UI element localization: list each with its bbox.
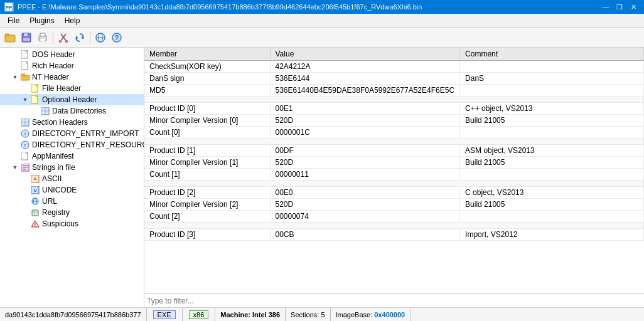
tree-item-resource[interactable]: r DIRECTORY_ENTRY_RESOURCE — [0, 139, 144, 150]
tree-item-unicode[interactable]: U UNICODE — [0, 184, 144, 196]
cell-comment — [460, 211, 644, 223]
status-imagebase-segment: ImageBase: 0x400000 — [331, 308, 411, 321]
tree-expander-optional[interactable]: ▼ — [20, 97, 30, 103]
page-icon — [20, 61, 30, 71]
cell-value: 42A4212A — [270, 61, 460, 73]
table-row[interactable]: MD5 536E61440B4E59DAE38F0A5992E677A52E4F… — [144, 85, 644, 97]
tree-expander-strings[interactable]: ▼ — [10, 164, 20, 171]
cell-value: 00000011 — [270, 169, 460, 181]
tree-label: Optional Header — [42, 95, 97, 104]
title-bar: PP PPEE - E:\Malware Samples\Symmi\da901… — [0, 0, 644, 14]
folder-icon — [20, 72, 30, 82]
cell-comment — [460, 127, 644, 139]
column-header-comment[interactable]: Comment — [460, 48, 644, 61]
svg-rect-3 — [5, 34, 9, 36]
menu-file[interactable]: File — [3, 15, 24, 26]
tree-item-sections[interactable]: Section Headers — [0, 117, 144, 128]
tree-item-registry[interactable]: Registry — [0, 207, 144, 218]
column-header-member[interactable]: Member — [144, 48, 270, 61]
table-row[interactable]: DanS sign 536E6144 DanS — [144, 73, 644, 85]
table-row[interactable]: Product ID [0] 00E1 C++ object, VS2013 — [144, 103, 644, 115]
toolbar-open[interactable] — [3, 30, 18, 45]
tree-item-manifest[interactable]: AppManifest — [0, 150, 144, 162]
import-icon: i — [20, 129, 30, 139]
cell-value: 536E6144 — [270, 73, 460, 85]
svg-rect-24 — [21, 74, 24, 76]
cell-comment: DanS — [460, 73, 644, 85]
tree-item-nt[interactable]: ▼ NT Header — [0, 71, 144, 83]
tree-label: DOS Header — [32, 50, 75, 59]
resource-icon: r — [20, 140, 30, 150]
cell-value: 00E0 — [270, 187, 460, 199]
table-row[interactable]: Minor Compiler Version [1] 520D Build 21… — [144, 157, 644, 169]
tree-item-strings[interactable]: ▼ Strings in file — [0, 162, 144, 173]
svg-marker-15 — [76, 36, 78, 39]
filter-bar[interactable] — [144, 293, 644, 307]
cell-member: CheckSum(XOR key) — [144, 61, 270, 73]
table-row[interactable]: CheckSum(XOR key) 42A4212A — [144, 61, 644, 73]
tree-item-datadir[interactable]: Data Directories — [0, 105, 144, 117]
data-table-container[interactable]: Member Value Comment CheckSum(XOR key) 4… — [144, 48, 644, 293]
table-row[interactable]: Minor Compiler Version [2] 520D Build 21… — [144, 199, 644, 211]
table-spacer-row — [144, 223, 644, 229]
cell-comment: C object, VS2013 — [460, 187, 644, 199]
table-row[interactable]: Count [0] 0000001C — [144, 127, 644, 139]
tree-label: NT Header — [32, 73, 68, 82]
tree-label: DIRECTORY_ENTRY_RESOURCE — [32, 140, 144, 149]
tree-expander-nt[interactable]: ▼ — [10, 74, 20, 80]
filter-input[interactable] — [147, 295, 641, 307]
toolbar-web[interactable] — [93, 30, 108, 45]
tree-panel[interactable]: DOS Header Rich Header ▼ NT Header — [0, 48, 144, 307]
table-row[interactable]: Count [2] 00000074 — [144, 211, 644, 223]
tree-label: File Header — [42, 84, 81, 93]
status-arch-segment: x86 — [183, 308, 216, 321]
url-icon — [30, 196, 40, 206]
close-button[interactable]: ✕ — [626, 0, 640, 14]
tree-item-file[interactable]: File Header — [0, 83, 144, 94]
cell-comment — [460, 169, 644, 181]
toolbar-help[interactable]: ? — [109, 30, 124, 45]
cell-value: 520D — [270, 199, 460, 211]
status-hash: da90143c1dda8fb7d09566975417b886b377 — [0, 308, 147, 321]
cell-value: 00CB — [270, 229, 460, 241]
toolbar-save[interactable] — [19, 30, 34, 45]
column-header-value[interactable]: Value — [270, 48, 460, 61]
suspicious-icon: ! — [30, 219, 40, 229]
tree-item-ascii[interactable]: A ASCII — [0, 173, 144, 184]
menu-help[interactable]: Help — [60, 15, 85, 26]
tree-item-import[interactable]: i DIRECTORY_ENTRY_IMPORT — [0, 128, 144, 139]
cell-value: 520D — [270, 115, 460, 127]
table-row[interactable]: Product ID [2] 00E0 C object, VS2013 — [144, 187, 644, 199]
cell-value: 00DF — [270, 145, 460, 157]
strings-icon — [20, 162, 30, 172]
app-icon: PP — [4, 2, 14, 12]
cell-comment: Import, VS2012 — [460, 229, 644, 241]
menu-plugins[interactable]: Plugins — [24, 15, 59, 26]
grid-icon — [20, 117, 30, 127]
tree-item-url[interactable]: URL — [0, 196, 144, 207]
svg-text:U: U — [33, 188, 36, 192]
svg-point-12 — [59, 40, 62, 43]
table-row[interactable]: Count [1] 00000011 — [144, 169, 644, 181]
tree-item-rich[interactable]: Rich Header — [0, 60, 144, 71]
toolbar-refresh[interactable] — [72, 30, 87, 45]
sections-info: Sections: 5 — [291, 311, 325, 318]
minimize-button[interactable]: — — [599, 0, 613, 14]
tree-item-optional[interactable]: ▼ Optional Header — [0, 94, 144, 105]
page-icon — [20, 151, 30, 161]
table-row[interactable]: Product ID [3] 00CB Import, VS2012 — [144, 229, 644, 241]
toolbar-cut[interactable] — [56, 30, 71, 45]
tree-item-dos[interactable]: DOS Header — [0, 49, 144, 60]
status-bar: da90143c1dda8fb7d09566975417b886b377 EXE… — [0, 307, 644, 321]
svg-point-13 — [65, 40, 68, 43]
tree-label: Strings in file — [32, 163, 75, 172]
tree-label: DIRECTORY_ENTRY_IMPORT — [32, 129, 139, 138]
table-row[interactable]: Product ID [1] 00DF ASM object, VS2013 — [144, 145, 644, 157]
tree-label: Data Directories — [52, 107, 106, 115]
toolbar-print[interactable] — [35, 30, 50, 45]
cell-value: 520D — [270, 157, 460, 169]
machine-info: Machine: Intel 386 — [220, 311, 280, 318]
tree-item-suspicious[interactable]: ! Suspicious — [0, 218, 144, 229]
table-row[interactable]: Minor Compiler Version [0] 520D Build 21… — [144, 115, 644, 127]
restore-button[interactable]: ❐ — [613, 0, 626, 14]
